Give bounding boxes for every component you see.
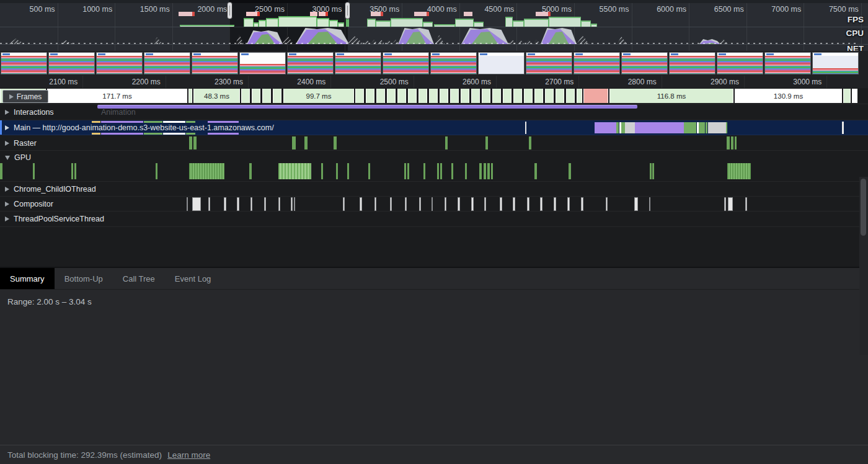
main-flame-event[interactable] bbox=[708, 122, 726, 133]
gpu-task-bar[interactable] bbox=[491, 163, 493, 179]
compositor-task-bar[interactable] bbox=[567, 197, 570, 211]
gpu-task-bar[interactable] bbox=[465, 163, 467, 179]
frame-duration-segment[interactable] bbox=[524, 89, 533, 103]
raster-task-bar[interactable] bbox=[485, 136, 488, 149]
disclosure-triangle-icon[interactable] bbox=[5, 141, 9, 146]
frame-duration-segment[interactable] bbox=[471, 89, 480, 103]
compositor-task-bar[interactable] bbox=[634, 197, 638, 211]
gpu-task-bar[interactable] bbox=[347, 163, 349, 179]
main-flame-event[interactable] bbox=[616, 122, 619, 133]
compositor-task-bar[interactable] bbox=[278, 197, 280, 211]
compositor-task-bar[interactable] bbox=[390, 197, 392, 211]
gpu-task-bar[interactable] bbox=[404, 163, 406, 179]
frame-duration-segment[interactable] bbox=[241, 89, 250, 103]
gpu-task-block[interactable] bbox=[189, 163, 224, 179]
filmstrip-screenshot[interactable] bbox=[478, 52, 525, 74]
filmstrip-screenshot[interactable] bbox=[430, 52, 477, 74]
tab-summary[interactable]: Summary bbox=[0, 268, 55, 289]
frame-duration-segment[interactable] bbox=[577, 89, 582, 103]
frame-duration-segment[interactable] bbox=[503, 89, 512, 103]
compositor-task-bar[interactable] bbox=[513, 197, 515, 211]
filmstrip-screenshot[interactable] bbox=[764, 52, 811, 74]
frame-duration-segment[interactable] bbox=[450, 89, 459, 103]
compositor-task-bar[interactable] bbox=[192, 197, 201, 211]
frame-duration-segment[interactable] bbox=[262, 89, 271, 103]
selection-handle-left[interactable] bbox=[227, 2, 232, 19]
frames-track-header[interactable]: Frames bbox=[2, 90, 48, 103]
track-raster[interactable]: Raster bbox=[0, 135, 868, 151]
frame-duration-segment[interactable] bbox=[387, 89, 396, 103]
io-track-header[interactable]: Chrome_ChildIOThread bbox=[5, 185, 96, 194]
gpu-task-bar[interactable] bbox=[451, 163, 453, 179]
track-frames[interactable]: 171.7 ms48.3 ms99.7 ms116.8 ms130.9 ms F… bbox=[0, 88, 868, 104]
compositor-task-bar[interactable] bbox=[500, 197, 502, 211]
main-flame-event[interactable] bbox=[706, 122, 707, 133]
gpu-task-bar[interactable] bbox=[74, 163, 76, 179]
filmstrip-screenshot[interactable] bbox=[717, 52, 763, 74]
screenshot-filmstrip[interactable] bbox=[0, 51, 868, 76]
compositor-task-bar[interactable] bbox=[360, 197, 362, 211]
main-flame-event[interactable] bbox=[595, 122, 616, 133]
learn-more-link[interactable]: Learn more bbox=[167, 450, 210, 460]
compositor-task-bar[interactable] bbox=[264, 197, 266, 211]
track-chrome-childiothread[interactable]: Chrome_ChildIOThread bbox=[0, 182, 868, 197]
frame-duration-segment[interactable] bbox=[843, 89, 851, 103]
frame-duration-segment[interactable] bbox=[366, 89, 374, 103]
main-flame-event[interactable] bbox=[684, 122, 696, 133]
gpu-task-bar[interactable] bbox=[437, 163, 439, 179]
track-gpu-lane[interactable] bbox=[0, 161, 868, 182]
filmstrip-screenshot[interactable] bbox=[192, 52, 238, 74]
filmstrip-screenshot[interactable] bbox=[574, 52, 620, 74]
frame-duration-segment[interactable] bbox=[534, 89, 543, 103]
gpu-task-block[interactable] bbox=[727, 163, 751, 179]
compositor-task-bar[interactable] bbox=[374, 197, 376, 211]
gpu-task-bar[interactable] bbox=[249, 163, 252, 179]
gpu-task-bar[interactable] bbox=[407, 163, 409, 179]
compositor-task-bar[interactable] bbox=[471, 197, 474, 211]
filmstrip-screenshot[interactable] bbox=[144, 52, 190, 74]
scrollbar-thumb[interactable] bbox=[861, 179, 866, 236]
compositor-task-bar[interactable] bbox=[294, 197, 295, 211]
raster-task-bar[interactable] bbox=[304, 136, 308, 149]
compositor-task-bar[interactable] bbox=[581, 197, 583, 211]
frame-duration-segment[interactable]: 116.8 ms bbox=[609, 89, 733, 103]
frame-duration-segment[interactable] bbox=[355, 89, 364, 103]
compositor-task-bar[interactable] bbox=[606, 197, 608, 211]
disclosure-triangle-icon[interactable] bbox=[9, 94, 14, 99]
frame-duration-segment[interactable] bbox=[545, 89, 554, 103]
gpu-task-bar[interactable] bbox=[156, 163, 157, 179]
threadpool-track-header[interactable]: ThreadPoolServiceThread bbox=[5, 215, 104, 223]
compositor-task-bar[interactable] bbox=[445, 197, 446, 211]
gpu-task-bar[interactable] bbox=[479, 163, 482, 179]
frame-duration-segment[interactable]: 48.3 ms bbox=[193, 89, 240, 103]
gpu-task-bar[interactable] bbox=[569, 163, 571, 179]
filmstrip-screenshot[interactable] bbox=[812, 52, 859, 74]
frame-duration-segment[interactable] bbox=[566, 89, 575, 103]
compositor-task-bar[interactable] bbox=[432, 197, 433, 211]
flame-chart-tracks[interactable]: 171.7 ms48.3 ms99.7 ms116.8 ms130.9 ms F… bbox=[0, 88, 868, 267]
filmstrip-screenshot[interactable] bbox=[669, 52, 715, 74]
tab-call-tree[interactable]: Call Tree bbox=[113, 268, 165, 289]
compositor-task-bar[interactable] bbox=[728, 197, 733, 211]
raster-task-bar[interactable] bbox=[529, 136, 531, 149]
timeline-overview[interactable]: 500 ms1000 ms1500 ms2000 ms2500 ms3000 m… bbox=[0, 0, 868, 51]
gpu-task-bar[interactable] bbox=[484, 163, 486, 179]
raster-task-bar[interactable] bbox=[189, 136, 192, 149]
frame-duration-segment[interactable] bbox=[188, 89, 192, 103]
tab-bottom-up[interactable]: Bottom-Up bbox=[55, 268, 113, 289]
main-flame-event[interactable] bbox=[635, 122, 684, 133]
disclosure-triangle-icon[interactable] bbox=[5, 216, 9, 221]
compositor-task-bar[interactable] bbox=[224, 197, 226, 211]
frame-duration-segment[interactable]: 171.7 ms bbox=[47, 89, 187, 103]
frame-duration-segment[interactable] bbox=[273, 89, 281, 103]
filmstrip-screenshot[interactable] bbox=[621, 52, 668, 74]
gpu-task-bar[interactable] bbox=[71, 163, 73, 179]
compositor-task-bar[interactable] bbox=[745, 197, 747, 211]
filmstrip-screenshot[interactable] bbox=[526, 52, 572, 74]
compositor-task-bar[interactable] bbox=[343, 197, 345, 211]
filmstrip-screenshot[interactable] bbox=[1, 52, 47, 74]
raster-track-header[interactable]: Raster bbox=[5, 139, 37, 148]
compositor-task-bar[interactable] bbox=[250, 197, 252, 211]
gpu-task-block[interactable] bbox=[278, 163, 311, 179]
main-track-header[interactable]: Main — http://good-animation-demo.s3-web… bbox=[5, 123, 274, 132]
